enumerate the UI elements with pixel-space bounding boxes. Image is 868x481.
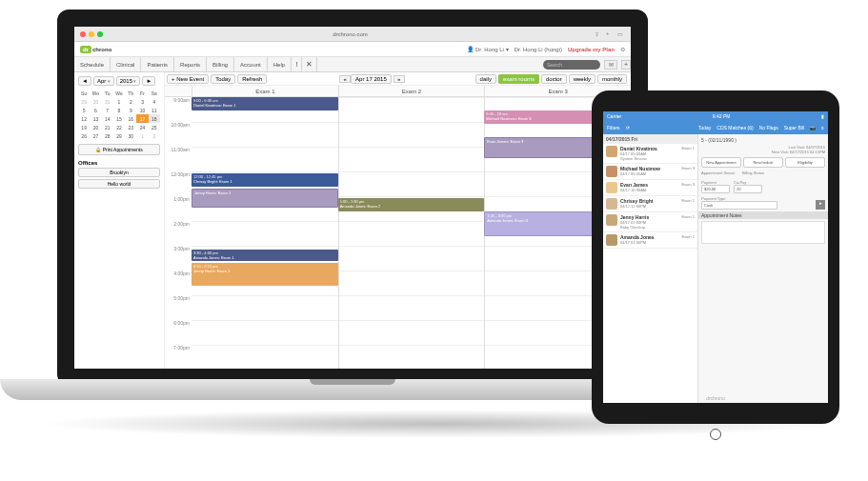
messages-icon[interactable]: ✉ bbox=[604, 60, 617, 70]
cal-day[interactable]: 10 bbox=[136, 106, 148, 114]
upgrade-link[interactable]: Upgrade my Plan bbox=[568, 47, 615, 52]
superbill-button[interactable]: Super Bill bbox=[784, 125, 804, 130]
refresh-icon[interactable]: ⟳ bbox=[626, 125, 630, 130]
cal-day[interactable]: 8 bbox=[113, 106, 125, 114]
view-monthly[interactable]: monthly bbox=[597, 74, 627, 84]
appointment[interactable]: 9:00 - 9:30 amDaniel Kivatinos: Exam 1 bbox=[192, 97, 338, 110]
window-minimize-icon[interactable] bbox=[89, 31, 94, 37]
nav-close-icon[interactable]: ✕ bbox=[302, 57, 317, 71]
patient-row[interactable]: Michael Nusimow04/17 09:45AMExam 3 bbox=[603, 164, 697, 180]
nav-item-patients[interactable]: Patients bbox=[141, 57, 174, 71]
cal-prev[interactable]: ◄ bbox=[78, 76, 91, 86]
detail-button-reschedule[interactable]: Reschedule bbox=[743, 157, 783, 168]
camera-icon[interactable]: 📷 bbox=[810, 125, 816, 130]
cal-day[interactable]: 29 bbox=[113, 131, 125, 140]
view-daily[interactable]: daily bbox=[475, 74, 496, 84]
new-tab-icon[interactable]: + bbox=[606, 30, 614, 38]
cal-day[interactable]: 30 bbox=[90, 97, 101, 106]
cal-day[interactable]: 9 bbox=[125, 106, 136, 114]
cal-day[interactable]: 18 bbox=[149, 114, 160, 123]
cal-day[interactable]: 3 bbox=[136, 97, 148, 106]
cal-day[interactable]: 1 bbox=[136, 131, 148, 140]
cal-next[interactable]: ► bbox=[142, 76, 155, 86]
nav-item-reports[interactable]: Reports bbox=[174, 57, 207, 71]
calendar-grid[interactable]: 9:00am10:00am11:00am12:00pm1:00pm2:00pm3… bbox=[165, 97, 631, 369]
notes-textarea[interactable] bbox=[701, 221, 825, 244]
cal-day[interactable]: 7 bbox=[102, 106, 113, 114]
patient-row[interactable]: Amanda Jones04/17 01:00PMExam 2 bbox=[603, 232, 697, 249]
copay-input[interactable]: 20 bbox=[734, 185, 762, 193]
new-event-button[interactable]: + New Event bbox=[167, 74, 209, 84]
nav-item-schedule[interactable]: Schedule bbox=[74, 57, 111, 71]
menu-icon[interactable]: ≡ bbox=[821, 125, 824, 130]
cal-day[interactable]: 30 bbox=[125, 131, 136, 140]
cal-day[interactable]: 29 bbox=[78, 97, 90, 106]
cal-day[interactable]: 1 bbox=[113, 97, 125, 106]
window-maximize-icon[interactable] bbox=[97, 31, 103, 37]
cds-matches[interactable]: CDS Matches (6) bbox=[717, 125, 753, 130]
cal-day[interactable]: 20 bbox=[90, 123, 101, 131]
cal-day[interactable]: 13 bbox=[90, 114, 101, 123]
patient-row[interactable]: Daniel Kivatinos04/17 09:00AMSystem Revi… bbox=[603, 144, 697, 164]
today-button[interactable]: Today bbox=[211, 74, 235, 84]
user-dropdown[interactable]: 👤 Dr. Hong Li ▾ bbox=[467, 46, 508, 52]
cal-day[interactable]: 4 bbox=[149, 97, 160, 106]
today-button[interactable]: Today bbox=[698, 125, 711, 130]
cal-day[interactable]: 26 bbox=[78, 131, 90, 140]
patient-row[interactable]: Chrissy Bright04/17 12:00PMExam 1 bbox=[603, 196, 697, 212]
cal-month[interactable]: Apr bbox=[93, 76, 114, 86]
cal-day[interactable]: 16 bbox=[125, 114, 136, 123]
nav-item-help[interactable]: Help bbox=[268, 57, 292, 71]
cal-day[interactable]: 31 bbox=[102, 97, 113, 106]
appointment[interactable]: 1:00 - 1:30 pmAmanda Jones: Exam 2 bbox=[338, 198, 485, 211]
date-next[interactable]: » bbox=[394, 75, 405, 83]
appointment[interactable]: 12:00 - 12:45 pmChrissy Bright: Exam 1 bbox=[192, 173, 338, 187]
cal-day[interactable]: 17 bbox=[136, 114, 148, 123]
appointment[interactable]: 4:15 - 5:15 pmJenny Harris: Exam 1 bbox=[192, 263, 338, 286]
appointment[interactable]: 3:30 - 4:00 pmAmanda Jones: Exam 1 bbox=[192, 250, 338, 261]
nav-flag-icon[interactable]: ! bbox=[292, 57, 302, 71]
cal-day[interactable]: 6 bbox=[90, 106, 101, 114]
cal-day[interactable]: 15 bbox=[113, 114, 125, 123]
detail-button-new-appointment[interactable]: New Appointment bbox=[701, 157, 741, 168]
cal-day[interactable]: 27 bbox=[90, 131, 101, 140]
cal-day[interactable]: 5 bbox=[78, 106, 90, 114]
patient-row[interactable]: Jenny Harris04/17 01:00PMBaby CheckupExa… bbox=[603, 212, 697, 232]
detail-button-eligibility[interactable]: Eligibility bbox=[785, 157, 825, 168]
cal-day[interactable]: 24 bbox=[136, 123, 148, 131]
home-button[interactable] bbox=[710, 429, 721, 440]
cal-day[interactable]: 2 bbox=[125, 97, 136, 106]
filters-button[interactable]: Filters bbox=[607, 125, 620, 130]
date-display[interactable]: Apr 17 2015 bbox=[351, 74, 392, 84]
date-prev[interactable]: « bbox=[339, 75, 351, 83]
payment-input[interactable]: $20.00 bbox=[701, 185, 730, 193]
add-icon[interactable]: + bbox=[621, 60, 631, 70]
search-input[interactable]: Search bbox=[543, 60, 600, 70]
nav-item-billing[interactable]: Billing bbox=[207, 57, 234, 71]
cal-day[interactable]: 11 bbox=[149, 106, 160, 114]
tabs-icon[interactable]: ▭ bbox=[617, 30, 625, 38]
cal-day[interactable]: 23 bbox=[125, 123, 136, 131]
share-icon[interactable]: ⇪ bbox=[595, 30, 602, 38]
office-item[interactable]: Hello world bbox=[78, 179, 160, 189]
cal-day[interactable]: 19 bbox=[78, 123, 90, 131]
cal-day[interactable]: 14 bbox=[102, 114, 113, 123]
address-bar[interactable]: drchrono.com bbox=[106, 31, 595, 37]
cal-day[interactable]: 22 bbox=[113, 123, 125, 131]
cal-day[interactable]: 28 bbox=[102, 131, 113, 140]
no-flags[interactable]: No Flags bbox=[759, 125, 778, 130]
nav-item-account[interactable]: Account bbox=[234, 57, 268, 71]
settings-icon[interactable]: ⚙ bbox=[620, 46, 625, 52]
view-weekly[interactable]: weekly bbox=[569, 74, 595, 84]
expand-icon[interactable]: ▸ bbox=[816, 200, 825, 210]
payment-type-input[interactable]: Cash bbox=[701, 201, 777, 210]
view-exam-rooms[interactable]: exam rooms bbox=[498, 74, 539, 84]
print-appointments-button[interactable]: 🔒 Print Appointments bbox=[78, 144, 160, 155]
patient-row[interactable]: Evan James04/17 10:30AMExam 3 bbox=[603, 180, 697, 196]
nav-item-clinical[interactable]: Clinical bbox=[111, 57, 141, 71]
cal-day[interactable]: 21 bbox=[102, 123, 113, 131]
appointment[interactable]: Jenny Harris: Exam 1 bbox=[192, 189, 338, 208]
cal-year[interactable]: 2015 bbox=[116, 76, 141, 86]
window-close-icon[interactable] bbox=[80, 31, 86, 37]
mini-calendar[interactable]: SuMoTuWeThFrSa 2930311234567891011121314… bbox=[78, 89, 160, 140]
